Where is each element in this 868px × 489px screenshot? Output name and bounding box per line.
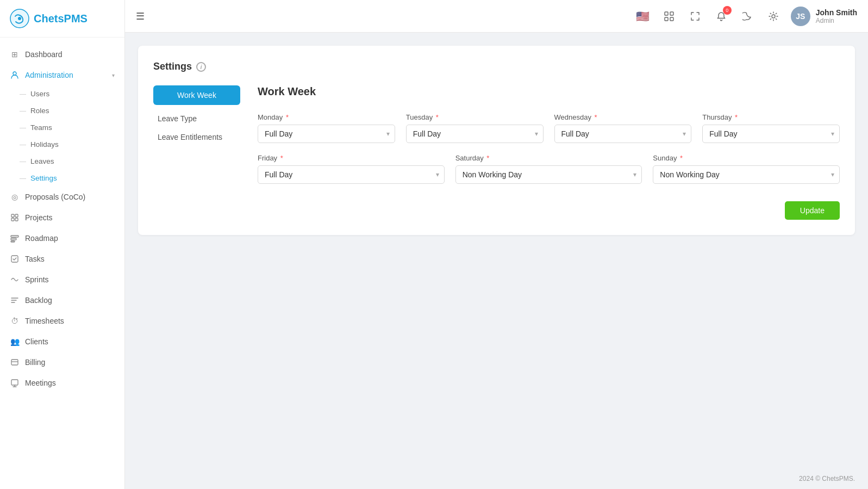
fullscreen-icon [690, 11, 700, 21]
sunday-label: Sunday * [653, 154, 840, 162]
footer: 2024 © ChetsPMS. [125, 468, 868, 489]
page-title: Settings [153, 61, 192, 72]
monday-select[interactable]: Full Day Half Day Non Working Day [258, 125, 395, 143]
svg-rect-8 [11, 238, 16, 240]
sidebar-item-leaves[interactable]: Leaves [0, 153, 124, 170]
clients-icon: 👥 [10, 337, 20, 346]
logo-icon [10, 9, 29, 28]
saturday-required: * [486, 154, 489, 162]
settings-layout: Work Week Leave Type Leave Entitlements … [153, 85, 840, 220]
settings-content: Work Week Monday * Full Day Half Day Non… [258, 85, 840, 220]
svg-point-1 [18, 17, 21, 20]
sidebar-item-timesheets[interactable]: ⏱ Timesheets [0, 311, 124, 331]
administration-label: Administration [25, 71, 107, 79]
sunday-field: Sunday * Full Day Half Day Non Working D… [653, 154, 840, 184]
svg-rect-14 [670, 12, 673, 15]
sidebar-item-sprints[interactable]: Sprints [0, 269, 124, 290]
sprints-label: Sprints [25, 275, 115, 284]
monday-select-wrapper: Full Day Half Day Non Working Day [258, 125, 395, 143]
wednesday-select[interactable]: Full Day Half Day Non Working Day [554, 125, 692, 143]
tab-leave-type[interactable]: Leave Type [153, 109, 240, 128]
backlog-label: Backlog [25, 296, 115, 305]
sidebar-item-dashboard[interactable]: ⊞ Dashboard [0, 44, 124, 65]
monday-required: * [286, 113, 289, 121]
dark-mode-button[interactable] [739, 8, 756, 25]
sidebar-nav: ⊞ Dashboard Administration ▾ Users Roles… [0, 38, 124, 489]
apps-grid-button[interactable] [660, 8, 678, 25]
sidebar-item-meetings[interactable]: Meetings [0, 373, 124, 393]
notifications-button[interactable]: 0 [713, 8, 730, 25]
main-wrapper: ☰ 🇺🇸 [125, 0, 868, 489]
saturday-select[interactable]: Full Day Half Day Non Working Day [455, 165, 642, 184]
sidebar-item-roles[interactable]: Roles [0, 102, 124, 119]
wednesday-select-wrapper: Full Day Half Day Non Working Day [554, 125, 692, 143]
tab-work-week[interactable]: Work Week [153, 85, 240, 105]
tuesday-select[interactable]: Full Day Half Day Non Working Day [406, 125, 544, 143]
dashboard-icon: ⊞ [10, 49, 20, 59]
admin-icon [10, 70, 20, 80]
update-btn-row: Update [258, 201, 840, 220]
sidebar-item-proposals[interactable]: ◎ Proposals (CoCo) [0, 187, 124, 207]
friday-select[interactable]: Full Day Half Day Non Working Day [258, 165, 445, 184]
logo-text: ChetsPMS [34, 13, 88, 25]
tab-leave-entitlements[interactable]: Leave Entitlements [153, 128, 240, 146]
thursday-select-wrapper: Full Day Half Day Non Working Day [702, 125, 840, 143]
monday-label: Monday * [258, 113, 395, 121]
sprints-icon [10, 275, 20, 284]
sidebar-item-projects[interactable]: Projects [0, 207, 124, 228]
svg-rect-12 [11, 380, 18, 385]
svg-point-2 [13, 72, 16, 75]
avatar: JS [791, 7, 810, 26]
us-flag-icon: 🇺🇸 [636, 10, 650, 23]
admin-sub-nav: Users Roles Teams Holidays Leaves Settin… [0, 85, 124, 187]
sidebar-item-users[interactable]: Users [0, 85, 124, 102]
user-profile[interactable]: JS John Smith Admin [791, 7, 857, 26]
hamburger-menu-icon[interactable]: ☰ [136, 10, 145, 22]
sidebar-item-tasks[interactable]: Tasks [0, 249, 124, 269]
user-text: John Smith Admin [816, 8, 857, 24]
logo[interactable]: ChetsPMS [0, 0, 124, 38]
update-button[interactable]: Update [785, 201, 840, 220]
svg-point-17 [772, 15, 775, 18]
user-role: Admin [816, 17, 857, 24]
sunday-select[interactable]: Full Day Half Day Non Working Day [653, 165, 840, 184]
friday-required: * [280, 154, 283, 162]
sidebar-item-settings[interactable]: Settings [0, 170, 124, 187]
billing-icon [10, 357, 20, 367]
friday-field: Friday * Full Day Half Day Non Working D… [258, 154, 445, 184]
sidebar-item-administration[interactable]: Administration ▾ [0, 65, 124, 85]
sidebar-item-billing[interactable]: Billing [0, 352, 124, 373]
svg-rect-16 [670, 17, 673, 21]
sunday-select-wrapper: Full Day Half Day Non Working Day [653, 165, 840, 184]
friday-select-wrapper: Full Day Half Day Non Working Day [258, 165, 445, 184]
friday-label: Friday * [258, 154, 445, 162]
saturday-field: Saturday * Full Day Half Day Non Working… [455, 154, 642, 184]
tuesday-field: Tuesday * Full Day Half Day Non Working … [406, 113, 544, 143]
language-flag-button[interactable]: 🇺🇸 [634, 8, 652, 25]
svg-rect-6 [15, 218, 18, 221]
chevron-down-icon: ▾ [112, 72, 115, 78]
roadmap-label: Roadmap [25, 234, 115, 243]
days-grid-top: Monday * Full Day Half Day Non Working D… [258, 113, 840, 143]
work-week-title: Work Week [258, 85, 840, 98]
tuesday-required: * [436, 113, 439, 121]
thursday-label: Thursday * [702, 113, 840, 121]
header: ☰ 🇺🇸 [125, 0, 868, 33]
svg-rect-3 [11, 214, 14, 217]
timesheets-icon: ⏱ [10, 316, 20, 326]
settings-gear-button[interactable] [765, 8, 782, 25]
sidebar-item-clients[interactable]: 👥 Clients [0, 331, 124, 352]
user-name: John Smith [816, 8, 857, 17]
page-card: Settings i Work Week Leave Type Leave En… [138, 46, 855, 235]
thursday-select[interactable]: Full Day Half Day Non Working Day [702, 125, 840, 143]
projects-icon [10, 213, 20, 222]
sidebar-item-roadmap[interactable]: Roadmap [0, 228, 124, 249]
sidebar-item-backlog[interactable]: Backlog [0, 290, 124, 311]
sidebar-item-holidays[interactable]: Holidays [0, 136, 124, 153]
fullscreen-button[interactable] [686, 8, 704, 25]
svg-rect-9 [11, 241, 15, 242]
grid-icon [664, 11, 674, 21]
meetings-label: Meetings [25, 379, 115, 387]
gear-icon [769, 11, 778, 21]
sidebar-item-teams[interactable]: Teams [0, 119, 124, 136]
